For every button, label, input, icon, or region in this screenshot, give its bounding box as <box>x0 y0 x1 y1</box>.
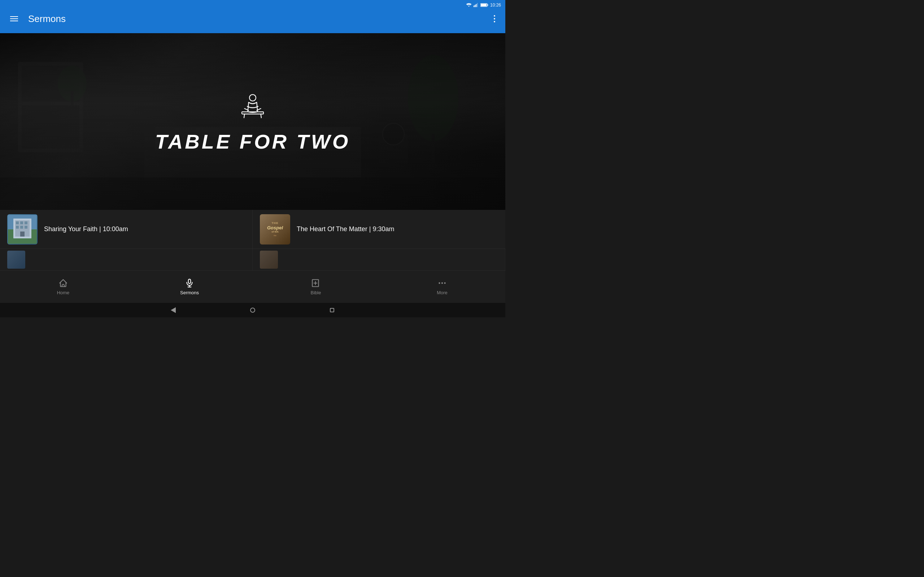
hero-section: TABLE FOR TWO <box>0 33 505 210</box>
more-dot-3 <box>494 21 495 23</box>
sermon-title-1: Sharing Your Faith | 10:00am <box>44 226 128 233</box>
svg-rect-5 <box>487 4 488 6</box>
more-dots-icon <box>438 279 447 288</box>
svg-rect-2 <box>476 4 477 7</box>
svg-rect-36 <box>188 279 191 284</box>
svg-point-43 <box>441 282 443 284</box>
svg-point-21 <box>249 95 256 101</box>
system-nav <box>0 303 505 318</box>
sermon-row-1: Sharing Your Faith | 10:00am THE Gospel … <box>0 210 505 249</box>
nav-item-home[interactable]: Home <box>42 276 85 298</box>
home-icon <box>58 279 68 288</box>
svg-rect-29 <box>16 221 19 224</box>
sermon-thumbnail-4-partial <box>260 251 278 269</box>
nav-label-sermons: Sermons <box>180 290 199 295</box>
sermon-item-1[interactable]: Sharing Your Faith | 10:00am <box>0 210 253 248</box>
building-aerial-icon <box>8 215 37 244</box>
sermon-thumbnail-2: THE Gospel of MA He <box>260 214 290 245</box>
svg-rect-34 <box>24 226 27 229</box>
status-bar: 10:26 <box>0 0 505 10</box>
microphone-icon <box>185 279 194 288</box>
svg-rect-30 <box>20 221 23 224</box>
nav-label-home: Home <box>57 290 69 295</box>
battery-icon <box>480 3 488 7</box>
hamburger-button[interactable] <box>7 13 21 24</box>
sermon-info-2: The Heart Of The Matter | 9:30am <box>297 226 394 233</box>
more-dot-2 <box>494 18 495 19</box>
sermon-thumbnail-1 <box>7 214 37 245</box>
system-recent-button[interactable] <box>328 306 336 314</box>
svg-rect-0 <box>473 5 474 7</box>
sermon-row-2-partial <box>0 249 505 271</box>
sermon-item-2[interactable]: THE Gospel of MA He The Heart Of The Mat… <box>253 210 505 248</box>
hamburger-line-2 <box>10 18 18 19</box>
sermon-item-4-partial[interactable] <box>253 249 505 271</box>
hero-content: TABLE FOR TWO <box>0 33 505 210</box>
nav-item-bible[interactable]: Bible <box>294 276 338 298</box>
system-back-button[interactable] <box>170 306 177 314</box>
svg-line-24 <box>261 114 262 118</box>
sermon-item-3-partial[interactable] <box>0 249 253 271</box>
page-title: Sermons <box>28 13 66 24</box>
more-dot-1 <box>494 15 495 16</box>
status-time: 10:26 <box>490 3 501 8</box>
svg-rect-35 <box>20 232 24 237</box>
recent-apps-icon <box>330 308 334 312</box>
sermon-title-2: The Heart Of The Matter | 9:30am <box>297 226 394 233</box>
more-options-button[interactable] <box>491 12 498 25</box>
svg-rect-1 <box>475 5 475 7</box>
back-icon <box>171 307 176 313</box>
svg-rect-32 <box>16 226 19 229</box>
svg-point-44 <box>444 282 446 284</box>
nav-label-bible: Bible <box>311 290 321 295</box>
wifi-icon <box>466 3 472 7</box>
sermon-thumbnail-3-partial <box>7 251 25 269</box>
system-home-button[interactable] <box>249 306 256 314</box>
preacher-icon <box>236 90 269 122</box>
hero-title: TABLE FOR TWO <box>155 130 350 153</box>
svg-line-23 <box>244 114 245 118</box>
bible-icon <box>311 279 320 288</box>
sermon-info-1: Sharing Your Faith | 10:00am <box>44 226 128 233</box>
home-circle-icon <box>250 308 255 313</box>
nav-label-more: More <box>437 290 447 295</box>
bottom-nav: Home Sermons Bible More <box>0 271 505 303</box>
svg-rect-3 <box>477 3 478 7</box>
signal-icon <box>473 3 478 7</box>
nav-item-sermons[interactable]: Sermons <box>168 276 211 298</box>
svg-rect-6 <box>481 4 486 6</box>
gospel-thumb-text: THE Gospel of MA He <box>266 220 284 239</box>
nav-item-more[interactable]: More <box>420 276 464 298</box>
svg-point-42 <box>439 282 440 284</box>
svg-rect-31 <box>24 221 27 224</box>
hamburger-line-3 <box>10 21 18 21</box>
svg-rect-33 <box>20 226 23 229</box>
status-icons: 10:26 <box>466 3 501 8</box>
hamburger-line-1 <box>10 16 18 17</box>
